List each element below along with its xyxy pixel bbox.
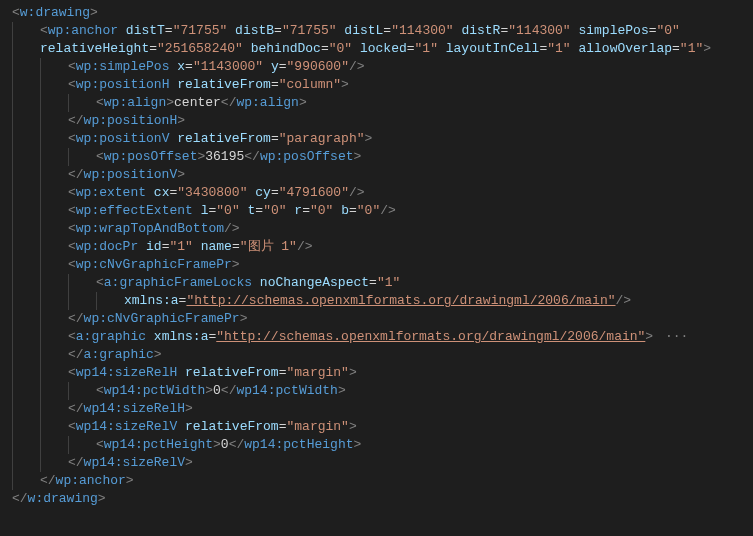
code-line[interactable]: <wp:extent cx="3430800" cy="4791600"/> [12, 184, 741, 202]
code-line[interactable]: </wp:cNvGraphicFramePr> [12, 310, 741, 328]
code-line[interactable]: </wp14:sizeRelV> [12, 454, 741, 472]
collapsed-indicator[interactable]: ··· [653, 329, 688, 344]
code-line[interactable]: <wp:effectExtent l="0" t="0" r="0" b="0"… [12, 202, 741, 220]
code-line[interactable]: <w:drawing> [12, 4, 741, 22]
code-line[interactable]: <a:graphic xmlns:a="http://schemas.openx… [12, 328, 741, 346]
code-line[interactable]: <wp:wrapTopAndBottom/> [12, 220, 741, 238]
code-line[interactable]: <wp:simplePos x="1143000" y="990600"/> [12, 58, 741, 76]
code-line[interactable]: <wp14:pctWidth>0</wp14:pctWidth> [12, 382, 741, 400]
code-line[interactable]: <wp:anchor distT="71755" distB="71755" d… [12, 22, 741, 40]
code-line[interactable]: xmlns:a="http://schemas.openxmlformats.o… [12, 292, 741, 310]
code-line[interactable]: </wp:positionV> [12, 166, 741, 184]
code-line[interactable]: </wp14:sizeRelH> [12, 400, 741, 418]
code-line[interactable]: </wp:positionH> [12, 112, 741, 130]
code-line[interactable]: <wp14:pctHeight>0</wp14:pctHeight> [12, 436, 741, 454]
code-editor[interactable]: <w:drawing><wp:anchor distT="71755" dist… [0, 0, 753, 512]
code-line[interactable]: </wp:anchor> [12, 472, 741, 490]
code-line[interactable]: <wp14:sizeRelV relativeFrom="margin"> [12, 418, 741, 436]
code-line[interactable]: <wp:align>center</wp:align> [12, 94, 741, 112]
code-line[interactable]: relativeHeight="251658240" behindDoc="0"… [12, 40, 741, 58]
code-line[interactable]: <wp:positionV relativeFrom="paragraph"> [12, 130, 741, 148]
code-line[interactable]: <wp:positionH relativeFrom="column"> [12, 76, 741, 94]
code-line[interactable]: <a:graphicFrameLocks noChangeAspect="1" [12, 274, 741, 292]
code-line[interactable]: <wp:docPr id="1" name="图片 1"/> [12, 238, 741, 256]
code-line[interactable]: <wp:cNvGraphicFramePr> [12, 256, 741, 274]
code-line[interactable]: </w:drawing> [12, 490, 741, 508]
code-line[interactable]: <wp:posOffset>36195</wp:posOffset> [12, 148, 741, 166]
code-line[interactable]: </a:graphic> [12, 346, 741, 364]
code-line[interactable]: <wp14:sizeRelH relativeFrom="margin"> [12, 364, 741, 382]
